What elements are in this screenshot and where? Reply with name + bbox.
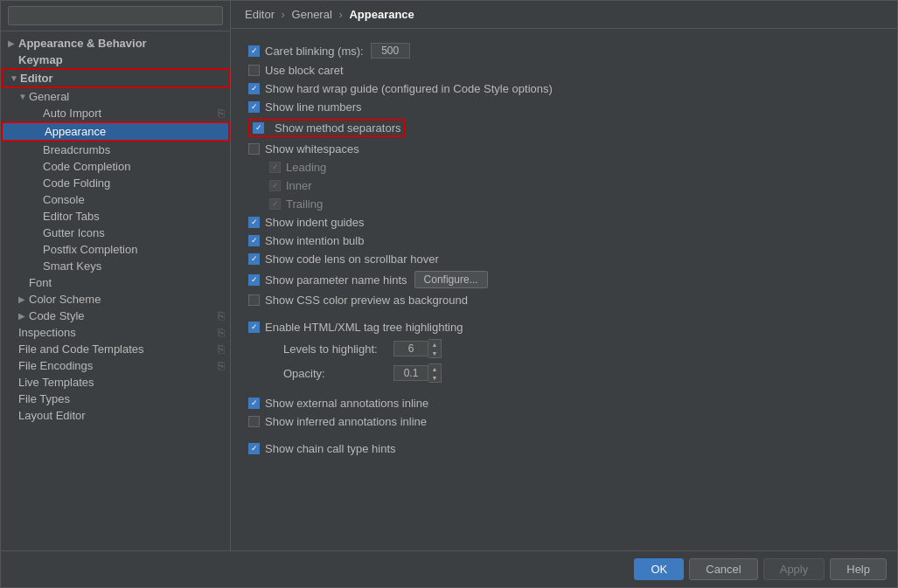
caret-blinking-checkbox[interactable]	[248, 45, 260, 57]
sidebar-item-layout-editor[interactable]: ▶ Layout Editor	[1, 407, 230, 424]
show-indent-guides-row: Show indent guides	[248, 216, 880, 229]
copy-icon: ⎘	[218, 326, 225, 339]
sidebar-label: File Encodings	[18, 359, 93, 372]
section-gap-2	[248, 388, 880, 397]
sidebar-label: Layout Editor	[18, 409, 86, 422]
show-whitespaces-checkbox[interactable]	[248, 143, 260, 155]
search-box: 🔍	[1, 1, 230, 31]
show-css-color-checkbox[interactable]	[248, 294, 260, 306]
opacity-up-button[interactable]: ▲	[428, 364, 441, 373]
sidebar-item-code-style[interactable]: ▶ Code Style ⎘	[1, 308, 230, 324]
show-intention-bulb-checkbox[interactable]	[248, 235, 260, 246]
leading-checkbox[interactable]	[269, 162, 281, 173]
sidebar-item-live-templates[interactable]: ▶ Live Templates	[1, 374, 230, 391]
trailing-checkbox[interactable]	[269, 198, 281, 210]
show-chain-call-label: Show chain call type hints	[265, 442, 396, 455]
sidebar-item-gutter-icons[interactable]: ▶ Gutter Icons	[1, 225, 230, 241]
show-whitespaces-label: Show whitespaces	[265, 142, 359, 156]
sidebar-label: Code Folding	[43, 176, 110, 190]
sidebar-label: Code Style	[29, 309, 85, 322]
sidebar-item-general[interactable]: ▼ General	[1, 88, 230, 105]
show-chain-call-checkbox[interactable]	[248, 443, 260, 454]
levels-up-button[interactable]: ▲	[428, 340, 441, 349]
inner-checkbox[interactable]	[269, 180, 281, 191]
use-block-caret-row: Use block caret	[248, 64, 880, 77]
show-external-annotations-row: Show external annotations inline	[248, 397, 880, 410]
opacity-down-button[interactable]: ▼	[428, 373, 441, 382]
sidebar-label: Appearance	[45, 125, 106, 138]
enable-html-xml-label: Enable HTML/XML tag tree highlighting	[265, 321, 463, 334]
sidebar-item-auto-import[interactable]: ▶ Auto Import ⎘	[1, 105, 230, 121]
sidebar-item-file-code-templates[interactable]: ▶ File and Code Templates ⎘	[1, 341, 230, 357]
opacity-row: Opacity: ▲ ▼	[269, 363, 880, 383]
sidebar-label: Console	[43, 193, 85, 206]
inner-label: Inner	[286, 179, 312, 192]
show-external-annotations-label: Show external annotations inline	[265, 397, 428, 410]
show-hard-wrap-row: Show hard wrap guide (configured in Code…	[248, 82, 880, 95]
sidebar-item-breadcrumbs[interactable]: ▶ Breadcrumbs	[1, 142, 230, 158]
show-line-numbers-checkbox[interactable]	[248, 101, 260, 113]
leading-label: Leading	[286, 161, 326, 174]
show-line-numbers-row: Show line numbers	[248, 100, 880, 114]
main-content: Editor › General › Appearance Caret blin…	[231, 1, 897, 550]
show-param-hints-checkbox[interactable]	[248, 274, 260, 286]
sidebar-item-smart-keys[interactable]: ▶ Smart Keys	[1, 258, 230, 274]
opacity-input[interactable]	[393, 365, 428, 381]
search-input[interactable]	[8, 6, 223, 25]
show-css-color-label: Show CSS color preview as background	[265, 294, 468, 307]
sidebar-item-code-completion[interactable]: ▶ Code Completion	[1, 158, 230, 175]
ok-button[interactable]: OK	[634, 558, 684, 580]
show-inferred-annotations-checkbox[interactable]	[248, 416, 260, 427]
show-intention-bulb-row: Show intention bulb	[248, 234, 880, 247]
sidebar-item-color-scheme[interactable]: ▶ Color Scheme	[1, 291, 230, 308]
use-block-caret-label: Use block caret	[265, 64, 344, 77]
sidebar-item-inspections[interactable]: ▶ Inspections ⎘	[1, 324, 230, 341]
sidebar-label: Gutter Icons	[43, 226, 105, 239]
sidebar-item-file-types[interactable]: ▶ File Types	[1, 391, 230, 407]
use-block-caret-checkbox[interactable]	[248, 65, 260, 76]
levels-input[interactable]	[393, 341, 428, 356]
caret-blinking-input[interactable]: 500	[371, 43, 410, 59]
apply-button[interactable]: Apply	[763, 558, 825, 580]
show-hard-wrap-label: Show hard wrap guide (configured in Code…	[265, 82, 553, 95]
opacity-spinner: ▲ ▼	[393, 363, 442, 383]
sidebar-item-appearance[interactable]: ▶ Appearance	[1, 121, 230, 142]
sidebar-item-keymap[interactable]: ▶ Keymap	[1, 52, 230, 68]
sidebar: 🔍 ▶ Appearance & Behavior ▶ Keymap ▼	[1, 1, 231, 550]
breadcrumb-general: General	[292, 8, 332, 21]
sidebar-item-file-encodings[interactable]: ▶ File Encodings ⎘	[1, 357, 230, 374]
show-external-annotations-checkbox[interactable]	[248, 398, 260, 409]
cancel-button[interactable]: Cancel	[689, 558, 757, 580]
help-button[interactable]: Help	[830, 558, 887, 580]
sidebar-item-appearance-behavior[interactable]: ▶ Appearance & Behavior	[1, 35, 230, 52]
sidebar-item-code-folding[interactable]: ▶ Code Folding	[1, 175, 230, 191]
show-indent-guides-checkbox[interactable]	[248, 217, 260, 228]
arrow-icon: ▶	[18, 311, 29, 321]
section-gap-3	[248, 433, 880, 442]
show-method-separators-checkbox[interactable]	[253, 122, 264, 134]
copy-icon: ⎘	[218, 342, 225, 356]
enable-html-xml-checkbox[interactable]	[248, 322, 260, 333]
show-code-lens-checkbox[interactable]	[248, 253, 260, 265]
show-param-hints-label: Show parameter name hints	[265, 273, 407, 287]
arrow-icon: ▶	[8, 38, 18, 48]
sidebar-tree: ▶ Appearance & Behavior ▶ Keymap ▼ Edito…	[1, 31, 230, 550]
spinner-buttons: ▲ ▼	[428, 339, 442, 358]
levels-down-button[interactable]: ▼	[428, 349, 441, 357]
configure-button[interactable]: Configure...	[414, 271, 488, 288]
sidebar-label: Keymap	[18, 53, 63, 66]
show-method-separators-label: Show method separators	[275, 121, 401, 135]
breadcrumb-sep1: ›	[282, 8, 285, 21]
copy-icon: ⎘	[218, 107, 225, 120]
sidebar-label: Font	[29, 276, 52, 289]
breadcrumb-sep2: ›	[338, 8, 342, 21]
breadcrumb-appearance: Appearance	[349, 8, 414, 21]
sidebar-item-font[interactable]: ▶ Font	[1, 274, 230, 291]
sidebar-item-editor-tabs[interactable]: ▶ Editor Tabs	[1, 208, 230, 225]
sidebar-item-editor[interactable]: ▼ Editor	[1, 68, 230, 88]
show-hard-wrap-checkbox[interactable]	[248, 83, 260, 94]
sidebar-label: Breadcrumbs	[43, 143, 110, 156]
sidebar-item-console[interactable]: ▶ Console	[1, 191, 230, 208]
dialog-footer: OK Cancel Apply Help	[1, 550, 897, 587]
sidebar-item-postfix-completion[interactable]: ▶ Postfix Completion	[1, 241, 230, 258]
